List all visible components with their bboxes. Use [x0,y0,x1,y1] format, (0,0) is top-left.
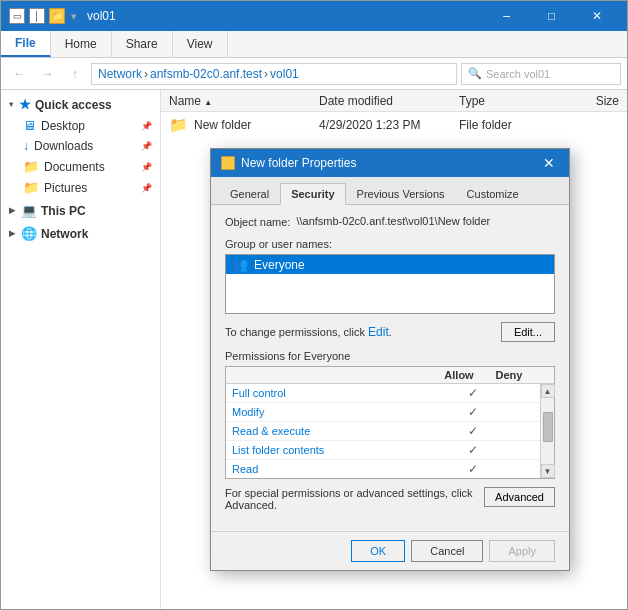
address-path[interactable]: Network › anfsmb-02c0.anf.test › vol01 [91,63,457,85]
dialog-title: New folder Properties [241,156,539,170]
perm-allow-listfolder: ✓ [448,443,498,457]
sidebar-label-pictures: Pictures [44,181,87,195]
sidebar-header-network[interactable]: ▶ 🌐 Network [1,223,160,244]
perms-col-name-header [232,369,434,381]
dialog-body: Object name: \\anfsmb-02c0.anf.test\vol0… [211,205,569,531]
maximize-button[interactable]: □ [529,1,574,31]
sidebar-item-desktop[interactable]: 🖥 Desktop 📌 [1,115,160,136]
change-perms-row: To change permissions, click Edit. Edit.… [225,322,555,342]
perm-row-read: Read ✓ [226,460,554,478]
perms-col-allow-header: Allow [434,369,484,381]
ribbon-tabs: File Home Share View [1,31,627,57]
col-header-name[interactable]: Name ▲ [169,94,319,108]
check-icon: ✓ [468,443,478,457]
tab-security[interactable]: Security [280,183,345,205]
tab-general[interactable]: General [219,183,280,205]
address-bar: ← → ↑ Network › anfsmb-02c0.anf.test › v… [1,58,627,90]
search-box[interactable]: 🔍 Search vol01 [461,63,621,85]
perm-row-modify: Modify ✓ [226,403,554,422]
group-user-label: Group or user names: [225,238,555,250]
vol-link[interactable]: vol01 [270,67,299,81]
network-link[interactable]: Network [98,67,142,81]
pictures-icon: 📁 [23,180,39,195]
pin-icon-desktop: 📌 [141,121,152,131]
file-date: 4/29/2020 1:23 PM [319,118,459,132]
scroll-thumb[interactable] [543,412,553,442]
apply-button[interactable]: Apply [489,540,555,562]
edit-button[interactable]: Edit... [501,322,555,342]
col-header-size[interactable]: Size [559,94,619,108]
user-item-everyone[interactable]: 👥 Everyone [226,255,554,274]
change-perms-text: To change permissions, click Edit. [225,325,392,339]
special-perms-row: For special permissions or advanced sett… [225,487,555,511]
perm-name-readexecute: Read & execute [232,425,448,437]
perms-scroll-area[interactable]: Full control ✓ Modify ✓ Read & execute ✓ [226,384,554,478]
perms-scrollbar[interactable]: ▲ ▼ [540,384,554,478]
advanced-button[interactable]: Advanced [484,487,555,507]
ribbon: File Home Share View [1,31,627,58]
sidebar-item-downloads[interactable]: ↓ Downloads 📌 [1,136,160,156]
file-name: New folder [194,118,319,132]
perms-table-body: Full control ✓ Modify ✓ Read & execute ✓ [226,384,554,478]
tab-view[interactable]: View [173,31,228,57]
cancel-button[interactable]: Cancel [411,540,483,562]
permissions-table: Allow Deny Full control ✓ Modify ✓ [225,366,555,479]
tab-home[interactable]: Home [51,31,112,57]
col-header-date[interactable]: Date modified [319,94,459,108]
sidebar-header-quickaccess[interactable]: ▾ ★ Quick access [1,94,160,115]
check-icon: ✓ [468,462,478,476]
user-icon-everyone: 👥 [232,257,248,272]
tab-share[interactable]: Share [112,31,173,57]
sidebar-network-label: Network [41,227,88,241]
ok-button[interactable]: OK [351,540,405,562]
sidebar-label-downloads: Downloads [34,139,93,153]
pin-icon-pictures: 📌 [141,183,152,193]
sidebar-item-documents[interactable]: 📁 Documents 📌 [1,156,160,177]
special-perms-text: For special permissions or advanced sett… [225,487,476,511]
col-size-label: Size [596,94,619,108]
col-header-type[interactable]: Type [459,94,559,108]
sidebar: ▾ ★ Quick access 🖥 Desktop 📌 ↓ Downloads… [1,90,161,609]
sidebar-item-pictures[interactable]: 📁 Pictures 📌 [1,177,160,198]
minimize-button[interactable]: – [484,1,529,31]
user-list[interactable]: 👥 Everyone [225,254,555,314]
file-name-value: New folder [194,118,251,132]
perm-row-fullcontrol: Full control ✓ [226,384,554,403]
title-controls: – □ ✕ [484,1,619,31]
sort-indicator: ▲ [204,98,212,107]
close-button[interactable]: ✕ [574,1,619,31]
dialog-close-button[interactable]: ✕ [539,155,559,171]
check-icon: ✓ [468,405,478,419]
file-list-header: Name ▲ Date modified Type Size [161,90,627,112]
sidebar-header-thispc[interactable]: ▶ 💻 This PC [1,200,160,221]
title-separator: ▾ [71,10,77,23]
dialog-folder-icon [221,156,235,170]
tab-previous-versions[interactable]: Previous Versions [346,183,456,205]
chevron-quickaccess: ▾ [9,100,13,109]
forward-button[interactable]: → [35,62,59,86]
server-link[interactable]: anfsmb-02c0.anf.test [150,67,262,81]
desktop-icon: 🖥 [23,118,36,133]
perm-name-fullcontrol: Full control [232,387,448,399]
perm-name-modify: Modify [232,406,448,418]
title-bar: ▭ │ 📁 ▾ vol01 – □ ✕ [1,1,627,31]
up-button[interactable]: ↑ [63,62,87,86]
edit-link[interactable]: Edit [368,325,389,339]
perm-allow-fullcontrol: ✓ [448,386,498,400]
sidebar-thispc-label: This PC [41,204,86,218]
scroll-down-button[interactable]: ▼ [541,464,555,478]
back-button[interactable]: ← [7,62,31,86]
object-name-label: Object name: [225,216,290,228]
sidebar-quickaccess-label: Quick access [35,98,112,112]
table-row[interactable]: 📁 New folder 4/29/2020 1:23 PM File fold… [161,112,627,138]
tab-customize[interactable]: Customize [456,183,530,205]
user-name-everyone: Everyone [254,258,305,272]
perms-scroll-spacer [534,369,548,381]
tab-file[interactable]: File [1,31,51,57]
properties-dialog: New folder Properties ✕ General Security… [210,148,570,571]
permissions-label: Permissions for Everyone [225,350,555,362]
sidebar-section-network: ▶ 🌐 Network [1,223,160,244]
dialog-title-bar: New folder Properties ✕ [211,149,569,177]
scroll-up-button[interactable]: ▲ [541,384,555,398]
perm-name-read: Read [232,463,448,475]
